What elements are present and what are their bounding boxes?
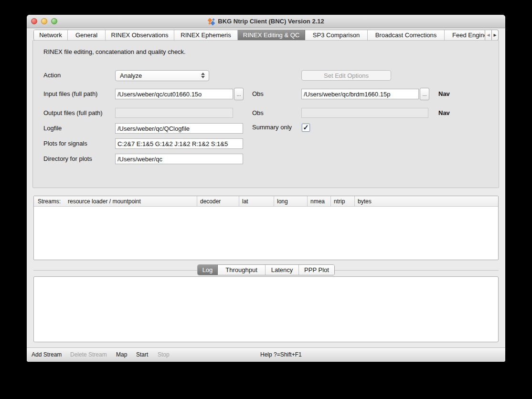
window-controls	[31, 18, 57, 24]
input-files-obs-field[interactable]	[115, 89, 233, 99]
output-files-nav-field	[301, 108, 428, 118]
main-tab-bar: Network General RINEX Observations RINEX…	[33, 30, 499, 41]
minimize-button[interactable]	[41, 18, 47, 24]
window-title-text: BKG Ntrip Client (BNC) Version 2.12	[218, 18, 324, 25]
tab-sp3-comparison[interactable]: SP3 Comparison	[305, 30, 368, 40]
panel-description: RINEX file editing, concatenation and qu…	[43, 48, 186, 55]
app-window: BKG Ntrip Client (BNC) Version 2.12 Netw…	[27, 15, 505, 362]
output-files-label: Output files (full path)	[43, 108, 103, 118]
directory-for-plots-label: Directory for plots	[43, 154, 92, 164]
directory-for-plots-field[interactable]	[115, 154, 243, 164]
main-tabs: Network General RINEX Observations RINEX…	[33, 30, 485, 41]
action-dropdown[interactable]: Analyze	[115, 70, 209, 81]
tab-rinex-ephemeris[interactable]: RINEX Ephemeris	[174, 30, 238, 40]
col-lat[interactable]: lat	[239, 196, 274, 206]
input-files-nav-field[interactable]	[301, 89, 419, 99]
streams-table-body[interactable]	[34, 207, 498, 260]
start-button[interactable]: Start	[136, 348, 148, 362]
action-dropdown-value: Analyze	[120, 72, 142, 79]
tab-rinex-editing-qc[interactable]: RINEX Editing & QC	[238, 30, 305, 40]
tab-general[interactable]: General	[68, 30, 106, 40]
tab-scroll-left-icon[interactable]: ◀	[485, 30, 492, 41]
map-button[interactable]: Map	[116, 348, 127, 362]
col-decoder[interactable]: decoder	[197, 196, 239, 206]
nav-label-2: Nav	[438, 108, 450, 118]
tab-scroll-right-icon[interactable]: ▶	[492, 30, 499, 41]
tab-broadcast-corrections[interactable]: Broadcast Corrections	[368, 30, 445, 40]
obs-label-1: Obs	[252, 89, 264, 99]
col-ntrip[interactable]: ntrip	[330, 196, 354, 206]
action-label: Action	[43, 70, 61, 81]
close-button[interactable]	[31, 18, 37, 24]
plots-for-signals-field[interactable]	[115, 138, 243, 149]
tab-ppp-plot[interactable]: PPP Plot	[299, 265, 334, 275]
add-stream-button[interactable]: Add Stream	[32, 348, 62, 362]
dropdown-arrows-icon	[201, 73, 205, 78]
set-edit-options-button: Set Edit Options	[301, 70, 391, 81]
streams-label: Streams:	[38, 198, 61, 205]
col-bytes[interactable]: bytes	[354, 196, 498, 206]
input-files-label: Input files (full path)	[43, 89, 97, 99]
bottom-tab-bar: Log Throughput Latency PPP Plot	[197, 264, 335, 275]
tab-rinex-observations[interactable]: RINEX Observations	[106, 30, 174, 40]
bottom-toolbar: Add Stream Delete Stream Map Start Stop …	[27, 347, 505, 362]
obs-label-2: Obs	[252, 108, 264, 118]
help-shortcut-label: Help ?=Shift+F1	[260, 348, 302, 362]
stop-button: Stop	[158, 348, 170, 362]
streams-table-header: Streams: resource loader / mountpoint de…	[34, 196, 498, 207]
nav-label-1: Nav	[438, 89, 450, 99]
col-mountpoint: resource loader / mountpoint	[68, 198, 141, 205]
delete-stream-button: Delete Stream	[70, 348, 107, 362]
tab-feed-engine[interactable]: Feed Engine	[445, 30, 485, 40]
log-output-area[interactable]	[33, 276, 499, 342]
tab-latency[interactable]: Latency	[266, 265, 299, 275]
plots-for-signals-label: Plots for signals	[43, 138, 87, 149]
col-nmea[interactable]: nmea	[307, 196, 330, 206]
logfile-label: Logfile	[43, 123, 62, 134]
title-bar[interactable]: BKG Ntrip Client (BNC) Version 2.12	[27, 15, 505, 28]
summary-only-checkbox[interactable]: ✓	[302, 124, 310, 132]
zoom-button[interactable]	[51, 18, 57, 24]
streams-header-mountpoint[interactable]: Streams: resource loader / mountpoint	[34, 196, 197, 206]
tab-log[interactable]: Log	[198, 265, 218, 275]
input-files-nav-browse-button[interactable]: ...	[420, 88, 429, 100]
logfile-field[interactable]	[115, 123, 243, 134]
streams-table: Streams: resource loader / mountpoint de…	[33, 196, 499, 260]
checkmark-icon: ✓	[303, 124, 309, 131]
tab-throughput[interactable]: Throughput	[218, 265, 266, 275]
tab-scroll-buttons: ◀ ▶	[485, 30, 499, 41]
col-long[interactable]: long	[274, 196, 307, 206]
rinex-editing-panel: RINEX file editing, concatenation and qu…	[32, 40, 499, 188]
bnc-app-icon	[208, 18, 215, 25]
output-files-obs-field	[115, 108, 233, 118]
summary-only-label: Summary only	[252, 122, 292, 133]
window-title: BKG Ntrip Client (BNC) Version 2.12	[208, 18, 324, 25]
tab-network[interactable]: Network	[34, 30, 68, 40]
input-files-obs-browse-button[interactable]: ...	[234, 88, 244, 100]
